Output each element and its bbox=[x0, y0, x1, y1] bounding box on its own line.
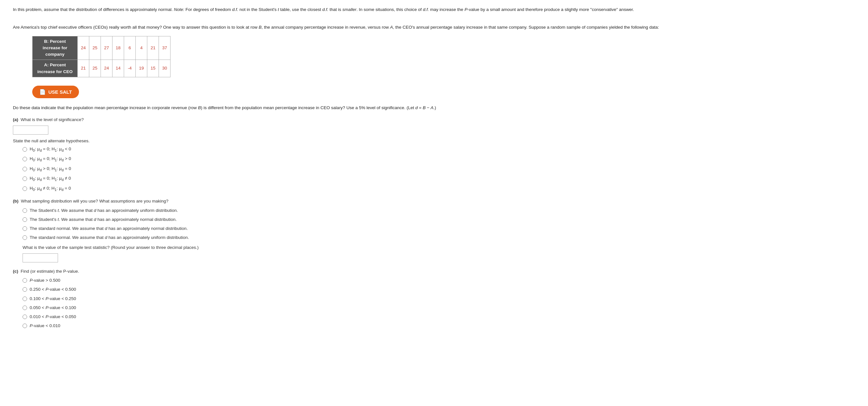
hypothesis-label-2: H0: μd = 0; H1: μd > 0 bbox=[30, 156, 71, 163]
pvalue-label-3: 0.100 < P-value < 0.250 bbox=[30, 296, 76, 302]
intro-para1: In this problem, assume that the distrib… bbox=[13, 6, 855, 13]
sampling-label-3: The standard normal. We assume that d ha… bbox=[30, 225, 188, 232]
sampling-option-4[interactable]: The standard normal. We assume that d ha… bbox=[23, 234, 855, 241]
hypothesis-label-5: H0: μd ≠ 0; H1: μd = 0 bbox=[30, 185, 71, 193]
main-question: Do these data indicate that the populati… bbox=[13, 105, 855, 111]
pvalue-radio-2[interactable] bbox=[23, 287, 27, 292]
hypothesis-option-1[interactable]: H0: μd = 0; H1: μd < 0 bbox=[23, 146, 855, 153]
pvalue-option-5[interactable]: 0.010 < P-value < 0.050 bbox=[23, 314, 855, 320]
pvalue-option-3[interactable]: 0.100 < P-value < 0.250 bbox=[23, 296, 855, 302]
pvalue-radio-4[interactable] bbox=[23, 306, 27, 310]
sampling-option-2[interactable]: The Student's t. We assume that d has an… bbox=[23, 216, 855, 223]
row-b-val-5: 6 bbox=[124, 36, 136, 60]
hypothesis-label-3: H0: μd > 0; H1: μd = 0 bbox=[30, 166, 71, 173]
sampling-option-3[interactable]: The standard normal. We assume that d ha… bbox=[23, 225, 855, 232]
use-salt-button[interactable]: 📄 USE SALT bbox=[32, 86, 79, 98]
hypothesis-label-1: H0: μd = 0; H1: μd < 0 bbox=[30, 146, 71, 153]
part-c-question: (c) Find (or estimate) the P-value. bbox=[13, 268, 855, 275]
pvalue-label-4: 0.050 < P-value < 0.100 bbox=[30, 305, 76, 311]
pvalue-label-5: 0.010 < P-value < 0.050 bbox=[30, 314, 76, 320]
hypothesis-label-4: H0: μd = 0; H1: μd ≠ 0 bbox=[30, 175, 71, 182]
pvalue-option-1[interactable]: P-value > 0.500 bbox=[23, 277, 855, 284]
pvalue-radio-3[interactable] bbox=[23, 297, 27, 301]
sampling-option-1[interactable]: The Student's t. We assume that d has an… bbox=[23, 207, 855, 214]
sampling-radio-4[interactable] bbox=[23, 235, 27, 240]
pvalue-radio-group: P-value > 0.500 0.250 < P-value < 0.500 … bbox=[23, 277, 855, 329]
test-statistic-input[interactable] bbox=[23, 253, 58, 262]
sampling-label-2: The Student's t. We assume that d has an… bbox=[30, 216, 177, 223]
row-a-val-8: 30 bbox=[159, 60, 170, 77]
hypothesis-radio-5[interactable] bbox=[23, 187, 27, 191]
hypothesis-option-2[interactable]: H0: μd = 0; H1: μd > 0 bbox=[23, 156, 855, 163]
row-b-val-8: 37 bbox=[159, 36, 170, 60]
test-stat-label: What is the value of the sample test sta… bbox=[23, 244, 855, 251]
use-salt-label: USE SALT bbox=[48, 89, 72, 95]
sampling-label-1: The Student's t. We assume that d has an… bbox=[30, 207, 178, 214]
row-b-label: B: Percent increase for company bbox=[33, 36, 78, 60]
row-a-val-6: 19 bbox=[136, 60, 147, 77]
pvalue-radio-1[interactable] bbox=[23, 278, 27, 283]
row-b-val-4: 18 bbox=[113, 36, 124, 60]
row-b-val-2: 25 bbox=[89, 36, 101, 60]
row-a-val-3: 24 bbox=[101, 60, 113, 77]
row-a-val-5: -4 bbox=[124, 60, 136, 77]
hypothesis-option-4[interactable]: H0: μd = 0; H1: μd ≠ 0 bbox=[23, 175, 855, 182]
row-a-val-4: 14 bbox=[113, 60, 124, 77]
level-of-significance-input[interactable] bbox=[13, 126, 48, 135]
sampling-label-4: The standard normal. We assume that d ha… bbox=[30, 234, 189, 241]
row-a-label: A: Percent increase for CEO bbox=[33, 60, 78, 77]
hypothesis-radio-group: H0: μd = 0; H1: μd < 0 H0: μd = 0; H1: μ… bbox=[23, 146, 855, 193]
row-a-val-2: 25 bbox=[89, 60, 101, 77]
row-b-val-7: 21 bbox=[147, 36, 159, 60]
row-b-val-1: 24 bbox=[78, 36, 89, 60]
part-b-section: (b) What sampling distribution will you … bbox=[13, 198, 855, 262]
pvalue-option-2[interactable]: 0.250 < P-value < 0.500 bbox=[23, 286, 855, 293]
intro-para2: Are America's top chief executive office… bbox=[13, 24, 855, 31]
hypothesis-radio-3[interactable] bbox=[23, 167, 27, 171]
sampling-radio-3[interactable] bbox=[23, 226, 27, 231]
hypothesis-radio-1[interactable] bbox=[23, 147, 27, 151]
hypothesis-radio-2[interactable] bbox=[23, 157, 27, 161]
data-table: B: Percent increase for company 24 25 27… bbox=[32, 36, 170, 77]
pvalue-option-6[interactable]: P-value < 0.010 bbox=[23, 323, 855, 329]
part-a-section: (a) What is the level of significance? S… bbox=[13, 116, 855, 192]
hypothesis-radio-4[interactable] bbox=[23, 176, 27, 181]
pvalue-radio-5[interactable] bbox=[23, 314, 27, 319]
pvalue-radio-6[interactable] bbox=[23, 324, 27, 328]
data-table-wrapper: B: Percent increase for company 24 25 27… bbox=[32, 36, 855, 77]
hypothesis-option-5[interactable]: H0: μd ≠ 0; H1: μd = 0 bbox=[23, 185, 855, 193]
part-c-section: (c) Find (or estimate) the P-value. P-va… bbox=[13, 268, 855, 329]
pvalue-label-1: P-value > 0.500 bbox=[30, 277, 60, 284]
pvalue-option-4[interactable]: 0.050 < P-value < 0.100 bbox=[23, 305, 855, 311]
salt-icon: 📄 bbox=[39, 89, 46, 95]
sampling-radio-2[interactable] bbox=[23, 217, 27, 222]
row-b-val-3: 27 bbox=[101, 36, 113, 60]
part-b-question: (b) What sampling distribution will you … bbox=[13, 198, 855, 204]
table-row-a: A: Percent increase for CEO 21 25 24 14 … bbox=[33, 60, 170, 77]
row-b-val-6: 4 bbox=[136, 36, 147, 60]
sampling-radio-1[interactable] bbox=[23, 208, 27, 213]
table-row-b: B: Percent increase for company 24 25 27… bbox=[33, 36, 170, 60]
state-hypotheses-label: State the null and alternate hypotheses. bbox=[13, 138, 855, 144]
hypothesis-option-3[interactable]: H0: μd > 0; H1: μd = 0 bbox=[23, 166, 855, 173]
pvalue-label-6: P-value < 0.010 bbox=[30, 323, 60, 329]
sampling-dist-radio-group: The Student's t. We assume that d has an… bbox=[23, 207, 855, 241]
row-a-val-1: 21 bbox=[78, 60, 89, 77]
pvalue-label-2: 0.250 < P-value < 0.500 bbox=[30, 286, 76, 293]
part-a-label: (a) What is the level of significance? bbox=[13, 117, 84, 122]
row-a-val-7: 15 bbox=[147, 60, 159, 77]
